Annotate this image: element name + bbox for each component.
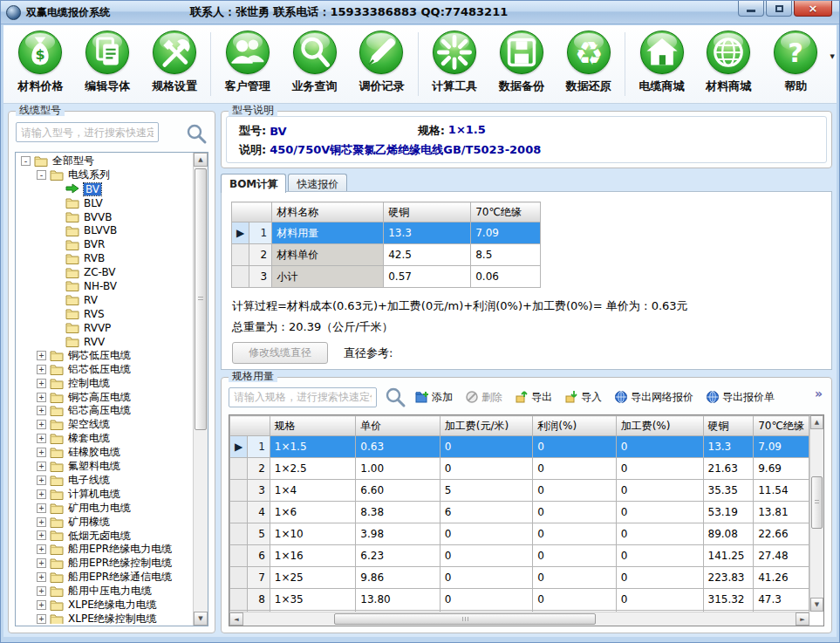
cell[interactable]: 8.38 xyxy=(356,502,440,523)
collapse-icon[interactable]: - xyxy=(21,156,31,166)
spec-vscroll-thumb[interactable] xyxy=(811,476,823,529)
cell[interactable]: 0 xyxy=(533,480,616,502)
cell[interactable]: 0 xyxy=(533,458,616,480)
cell[interactable]: 0 xyxy=(533,436,616,458)
cell[interactable]: 0 xyxy=(440,567,533,589)
tree-item-XLPE绝缘控制电缆[interactable]: +XLPE绝缘控制电缆 xyxy=(17,612,192,624)
column-header[interactable]: 硬铜 xyxy=(703,416,754,436)
minimize-button[interactable] xyxy=(738,1,764,17)
cell[interactable]: 21.63 xyxy=(703,458,754,480)
expand-icon[interactable]: + xyxy=(37,517,46,527)
expand-icon[interactable]: + xyxy=(37,351,46,360)
tree-item-铝芯高压电缆[interactable]: +铝芯高压电缆 xyxy=(17,404,192,418)
expand-icon[interactable]: + xyxy=(37,600,46,610)
table-row[interactable]: 81×3513.80000315.3247.3 xyxy=(230,589,809,611)
cell[interactable]: 0.06 xyxy=(471,266,541,288)
tree-scrollbar[interactable]: ▲ ▼ xyxy=(193,153,208,626)
expand-icon[interactable]: + xyxy=(37,558,46,568)
scroll-up-icon[interactable]: ▲ xyxy=(810,415,823,429)
cell[interactable]: 0 xyxy=(616,436,703,458)
cell[interactable]: 0 xyxy=(616,589,703,611)
cell[interactable]: 1×16 xyxy=(270,545,356,567)
spec-search-icon[interactable] xyxy=(384,386,406,408)
tree-item-氟塑料电缆[interactable]: +氟塑料电缆 xyxy=(17,460,192,474)
tree-item-电子线缆[interactable]: +电子线缆 xyxy=(17,473,192,487)
action-添加[interactable]: 添加 xyxy=(415,390,453,405)
cell[interactable]: 材料用量 xyxy=(272,222,384,244)
cell[interactable]: 53.19 xyxy=(703,502,754,523)
cell[interactable]: 0.63 xyxy=(356,436,440,458)
column-header[interactable]: 70℃绝缘 xyxy=(754,416,809,436)
expand-icon[interactable]: + xyxy=(37,586,46,596)
tree-item-计算机电缆[interactable]: +计算机电缆 xyxy=(17,487,192,501)
tree-item-RVS[interactable]: RVS xyxy=(17,307,192,321)
cell[interactable]: 13.80 xyxy=(356,589,440,611)
tab-快速报价[interactable]: 快速报价 xyxy=(288,174,347,192)
tree-item-船用EPR绝缘控制电缆[interactable]: +船用EPR绝缘控制电缆 xyxy=(17,557,192,571)
tree-item-橡套电缆[interactable]: +橡套电缆 xyxy=(17,432,192,446)
cell[interactable]: 6.23 xyxy=(356,545,440,567)
expand-icon[interactable]: + xyxy=(37,614,46,624)
scroll-down-icon[interactable]: ▼ xyxy=(194,612,208,626)
cell[interactable]: 3.98 xyxy=(356,523,440,545)
expand-icon[interactable]: + xyxy=(37,530,46,540)
cell[interactable]: 小计 xyxy=(272,266,384,288)
cell[interactable]: 1×25 xyxy=(270,567,356,589)
column-header[interactable]: 利润(%) xyxy=(533,416,616,436)
tree-item-NH-BV[interactable]: NH-BV xyxy=(17,279,192,293)
cell[interactable]: 0 xyxy=(616,523,703,545)
table-row[interactable]: 41×68.3860053.1913.81 xyxy=(230,502,809,523)
tree-scroll-thumb[interactable] xyxy=(195,168,207,430)
cell[interactable]: 6.60 xyxy=(356,480,440,502)
cell[interactable]: 1×1.5 xyxy=(270,436,356,458)
tree-item-架空线缆[interactable]: +架空线缆 xyxy=(17,418,192,432)
action-导出网络报价[interactable]: 导出网络报价 xyxy=(614,390,693,405)
cell[interactable]: 1×6 xyxy=(270,502,356,523)
expand-icon[interactable]: + xyxy=(37,489,46,499)
toolbar-button-spark[interactable]: 计算工具 xyxy=(421,29,488,94)
cell[interactable]: 0.57 xyxy=(384,266,471,288)
scroll-right-icon[interactable]: ► xyxy=(796,612,809,626)
action-导入[interactable]: 导入 xyxy=(564,390,602,405)
tree-item-硅橡胶电缆[interactable]: +硅橡胶电缆 xyxy=(17,446,192,460)
expand-icon[interactable]: + xyxy=(37,393,46,402)
tree-item-全部型号[interactable]: -全部型号 xyxy=(17,154,192,168)
expand-icon[interactable]: + xyxy=(37,544,46,554)
cell[interactable]: 0 xyxy=(616,458,703,480)
tree-item-船用EPR绝缘通信电缆[interactable]: +船用EPR绝缘通信电缆 xyxy=(17,571,192,585)
toolbar-button-floppy[interactable]: 数据备份 xyxy=(488,29,556,94)
tree-item-铝芯低压电缆[interactable]: +铝芯低压电缆 xyxy=(17,362,192,376)
cell[interactable]: 0 xyxy=(440,436,533,458)
close-button[interactable]: × xyxy=(794,1,832,17)
cell[interactable]: 1×35 xyxy=(270,589,356,611)
cell[interactable]: 0 xyxy=(440,523,533,545)
tree-item-BVR[interactable]: BVR xyxy=(17,237,192,251)
tree-item-铜芯高压电缆[interactable]: +铜芯高压电缆 xyxy=(17,390,192,404)
scroll-up-icon[interactable]: ▲ xyxy=(194,153,208,167)
column-header[interactable]: 70℃绝缘 xyxy=(471,202,541,222)
cell[interactable]: 8.5 xyxy=(471,244,541,266)
tree-item-RVVP[interactable]: RVVP xyxy=(17,321,192,335)
cell[interactable]: 47.3 xyxy=(754,589,809,611)
column-header[interactable]: 材料名称 xyxy=(272,202,384,222)
column-header[interactable]: 加工费(%) xyxy=(616,416,703,436)
spec-grid[interactable]: 规格单价加工费(元/米)利润(%)加工费(%)硬铜70℃绝缘▶11×1.50.6… xyxy=(229,415,809,612)
collapse-icon[interactable]: - xyxy=(37,170,46,180)
tree-item-RVV[interactable]: RVV xyxy=(17,335,192,349)
cell[interactable]: 0 xyxy=(440,458,533,480)
scroll-down-icon[interactable]: ▼ xyxy=(810,598,823,612)
toolbar-button-help[interactable]: ?帮助 xyxy=(762,29,830,94)
column-header[interactable]: 单价 xyxy=(356,416,440,436)
action-导出[interactable]: 导出 xyxy=(515,390,552,405)
toolbar-button-home[interactable]: 电缆商城 xyxy=(628,29,695,94)
tree-item-矿用电力电缆[interactable]: +矿用电力电缆 xyxy=(17,501,192,515)
cell[interactable]: 42.5 xyxy=(384,244,471,266)
cell[interactable]: 315.32 xyxy=(703,589,754,611)
column-header[interactable]: 规格 xyxy=(270,416,356,436)
expand-icon[interactable]: + xyxy=(37,365,46,374)
help-dropdown-caret[interactable]: ▼ xyxy=(830,53,835,60)
tab-BOM计算[interactable]: BOM计算 xyxy=(221,174,286,193)
cell[interactable]: 1×4 xyxy=(270,480,356,502)
cell[interactable]: 7.09 xyxy=(471,222,541,244)
cell[interactable]: 141.25 xyxy=(703,545,754,567)
